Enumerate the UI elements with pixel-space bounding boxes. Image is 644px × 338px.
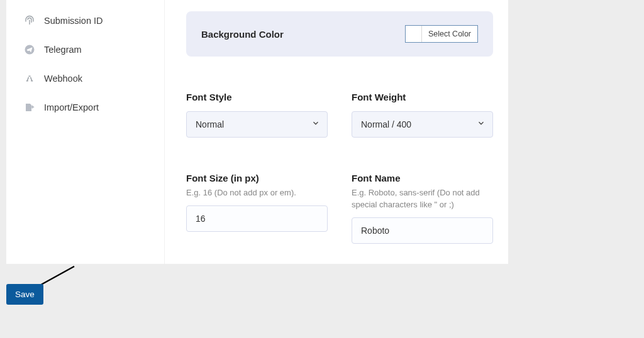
sidebar-item-label: Telegram xyxy=(44,45,82,55)
font-size-field: Font Size (in px) E.g. 16 (Do not add px… xyxy=(186,173,328,244)
fingerprint-icon xyxy=(24,15,35,26)
select-color-label: Select Color xyxy=(422,30,477,38)
font-weight-select[interactable] xyxy=(352,111,493,138)
settings-card: Submission ID Telegram Webhook Import/Ex… xyxy=(6,0,508,264)
field-label: Font Style xyxy=(186,92,328,102)
svg-line-1 xyxy=(38,266,74,286)
save-button[interactable]: Save xyxy=(6,284,43,305)
sidebar: Submission ID Telegram Webhook Import/Ex… xyxy=(6,0,165,264)
font-style-field: Font Style xyxy=(186,92,328,138)
sidebar-item-import-export[interactable]: Import/Export xyxy=(6,93,164,122)
field-label: Font Weight xyxy=(352,92,493,102)
field-help: E.g. Roboto, sans-serif (Do not add spec… xyxy=(352,187,493,211)
sidebar-item-telegram[interactable]: Telegram xyxy=(6,35,164,64)
background-color-panel: Background Color Select Color xyxy=(186,11,493,57)
field-label: Font Name xyxy=(352,173,493,183)
sidebar-item-label: Submission ID xyxy=(44,16,103,26)
font-style-select[interactable] xyxy=(186,111,328,138)
font-name-input[interactable] xyxy=(352,217,493,244)
fields-row-2: Font Size (in px) E.g. 16 (Do not add px… xyxy=(186,173,493,244)
fields-row-1: Font Style Font Weight xyxy=(186,92,493,138)
select-color-button[interactable]: Select Color xyxy=(405,25,478,43)
field-label: Font Size (in px) xyxy=(186,173,328,183)
sidebar-item-submission-id[interactable]: Submission ID xyxy=(6,6,164,35)
telegram-icon xyxy=(24,44,35,55)
sidebar-item-label: Webhook xyxy=(44,74,82,84)
font-weight-field: Font Weight xyxy=(352,92,493,138)
field-help: E.g. 16 (Do not add px or em). xyxy=(186,187,328,199)
panel-title: Background Color xyxy=(201,29,284,40)
content-area: Background Color Select Color Font Style… xyxy=(165,0,508,264)
import-export-icon xyxy=(24,102,35,113)
color-swatch xyxy=(406,26,422,42)
font-name-field: Font Name E.g. Roboto, sans-serif (Do no… xyxy=(352,173,493,244)
sidebar-item-webhook[interactable]: Webhook xyxy=(6,64,164,93)
sidebar-item-label: Import/Export xyxy=(44,102,99,112)
font-size-input[interactable] xyxy=(186,205,328,232)
webhook-icon xyxy=(24,73,35,84)
